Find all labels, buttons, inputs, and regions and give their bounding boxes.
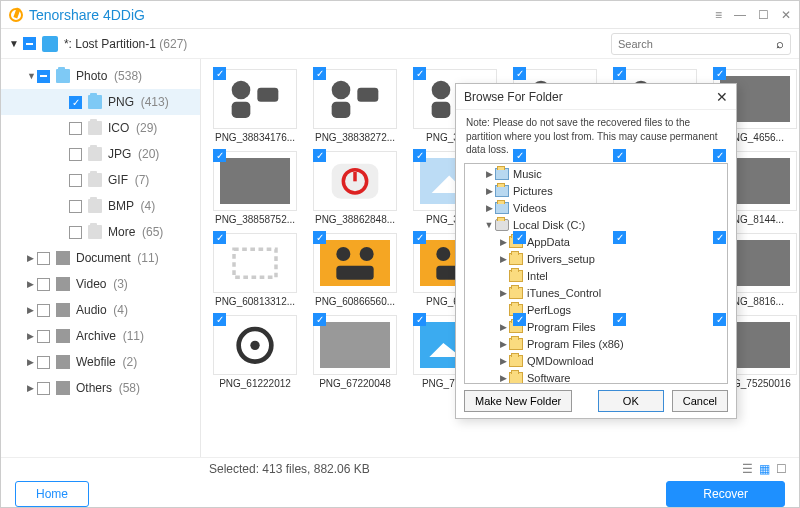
thumb-checkbox[interactable]: ✓ — [413, 313, 426, 326]
tree-collapse-icon[interactable]: ▼ — [9, 38, 19, 49]
thumb-checkbox[interactable]: ✓ — [313, 231, 326, 244]
thumb-cell[interactable]: ✓PNG_38862848... — [313, 149, 397, 225]
sidebar-cat-document[interactable]: ▶Document (11) — [1, 245, 200, 271]
thumb-checkbox[interactable]: ✓ — [713, 67, 726, 80]
thumb-checkbox[interactable]: ✓ — [513, 313, 526, 326]
thumb-checkbox[interactable]: ✓ — [513, 67, 526, 80]
thumb-checkbox[interactable]: ✓ — [313, 149, 326, 162]
browse-folder-dialog: Browse For Folder ✕ Note: Please do not … — [455, 83, 737, 419]
svg-rect-2 — [257, 87, 278, 101]
sidebar-cat-audio[interactable]: ▶Audio (4) — [1, 297, 200, 323]
folder-tree-item[interactable]: ▶Software — [465, 370, 727, 385]
sidebar-cat-webfile[interactable]: ▶Webfile (2) — [1, 349, 200, 375]
folder-tree-item[interactable]: ▶QMDownload — [465, 353, 727, 370]
sidebar-item-gif[interactable]: GIF (7) — [1, 167, 200, 193]
sidebar-item-ico[interactable]: ICO (29) — [1, 115, 200, 141]
sidebar-cat-archive[interactable]: ▶Archive (11) — [1, 323, 200, 349]
maximize-icon[interactable]: ☐ — [758, 8, 769, 22]
list-view-icon[interactable]: ☰ — [742, 462, 753, 476]
folder-tree-item[interactable]: Intel — [465, 268, 727, 285]
sidebar-item-jpg[interactable]: JPG (20) — [1, 141, 200, 167]
close-icon[interactable]: ✕ — [781, 8, 791, 22]
thumb-checkbox[interactable]: ✓ — [513, 231, 526, 244]
thumb-checkbox[interactable]: ✓ — [713, 231, 726, 244]
thumb-checkbox[interactable]: ✓ — [213, 67, 226, 80]
thumb-checkbox[interactable]: ✓ — [613, 149, 626, 162]
checkbox[interactable] — [37, 278, 50, 291]
thumb-cell[interactable]: ✓PNG_61222012 — [213, 313, 297, 389]
folder-tree-item[interactable]: ▶Program Files (x86) — [465, 336, 727, 353]
folder-tree-item[interactable]: ▶Pictures — [465, 183, 727, 200]
thumb-checkbox[interactable]: ✓ — [613, 231, 626, 244]
checkbox[interactable] — [69, 174, 82, 187]
thumb-cell[interactable]: ✓PNG_60866560... — [313, 231, 397, 307]
folder-tree[interactable]: ▶Music▶Pictures▶Videos▼Local Disk (C:)▶A… — [464, 163, 728, 385]
folder-tree-item[interactable]: ▶iTunes_Control — [465, 285, 727, 302]
thumb-checkbox[interactable]: ✓ — [213, 149, 226, 162]
thumb-checkbox[interactable]: ✓ — [413, 231, 426, 244]
thumb-checkbox[interactable]: ✓ — [213, 313, 226, 326]
folder-tree-item[interactable]: ▶Music — [465, 166, 727, 183]
thumb-cell[interactable]: ✓PNG_60813312... — [213, 231, 297, 307]
checkbox[interactable] — [69, 200, 82, 213]
search-input[interactable] — [618, 38, 776, 50]
sidebar-item-bmp[interactable]: BMP (4) — [1, 193, 200, 219]
checkbox[interactable] — [69, 122, 82, 135]
svg-rect-4 — [332, 101, 351, 117]
thumb-checkbox[interactable]: ✓ — [713, 313, 726, 326]
dialog-close-icon[interactable]: ✕ — [716, 89, 728, 105]
thumb-checkbox[interactable]: ✓ — [313, 313, 326, 326]
thumb-checkbox[interactable]: ✓ — [413, 67, 426, 80]
checkbox[interactable] — [37, 356, 50, 369]
checkbox[interactable] — [69, 226, 82, 239]
svg-point-31 — [436, 247, 450, 261]
folder-tree-item[interactable]: ▼Local Disk (C:) — [465, 217, 727, 234]
thumb-checkbox[interactable]: ✓ — [713, 149, 726, 162]
checkbox[interactable]: ✓ — [69, 96, 82, 109]
recover-button[interactable]: Recover — [666, 481, 785, 507]
grid-view-icon[interactable]: ▦ — [759, 462, 770, 476]
folder-tree-item[interactable]: ▶Videos — [465, 200, 727, 217]
folder-tree-item[interactable]: ▶Drivers_setup — [465, 251, 727, 268]
checkbox[interactable] — [37, 252, 50, 265]
thumb-cell[interactable]: ✓PNG_38858752... — [213, 149, 297, 225]
folder-tree-item[interactable]: ▶Program Files — [465, 319, 727, 336]
detail-view-icon[interactable]: ☐ — [776, 462, 787, 476]
folder-icon — [509, 338, 523, 350]
thumb-checkbox[interactable]: ✓ — [313, 67, 326, 80]
home-button[interactable]: Home — [15, 481, 89, 507]
minimize-icon[interactable]: — — [734, 8, 746, 22]
file-name: PNG_67220048 — [313, 378, 397, 389]
folder-tree-item[interactable]: ▶AppData — [465, 234, 727, 251]
search-box[interactable]: ⌕ — [611, 33, 791, 55]
thumb-cell[interactable]: ✓PNG_38834176... — [213, 67, 297, 143]
sidebar-item-png[interactable]: ✓PNG (413) — [1, 89, 200, 115]
root-checkbox[interactable] — [23, 37, 36, 50]
folder-tree-item[interactable]: PerfLogs — [465, 302, 727, 319]
thumb-checkbox[interactable]: ✓ — [613, 67, 626, 80]
checkbox[interactable] — [37, 304, 50, 317]
folder-icon — [495, 168, 509, 180]
folder-label: iTunes_Control — [527, 287, 601, 299]
photo-checkbox[interactable] — [37, 70, 50, 83]
sidebar-photo[interactable]: ▼ Photo (538) — [1, 63, 200, 89]
thumb-checkbox[interactable]: ✓ — [413, 149, 426, 162]
thumb-checkbox[interactable]: ✓ — [213, 231, 226, 244]
cancel-button[interactable]: Cancel — [672, 390, 728, 412]
checkbox[interactable] — [69, 148, 82, 161]
ok-button[interactable]: OK — [598, 390, 664, 412]
menu-icon[interactable]: ≡ — [715, 8, 722, 22]
sidebar-cat-others[interactable]: ▶Others (58) — [1, 375, 200, 401]
titlebar: Tenorshare 4DDiG ≡ — ☐ ✕ — [1, 1, 799, 29]
checkbox[interactable] — [37, 330, 50, 343]
category-icon — [56, 355, 70, 369]
thumb-checkbox[interactable]: ✓ — [513, 149, 526, 162]
sidebar-cat-video[interactable]: ▶Video (3) — [1, 271, 200, 297]
search-icon[interactable]: ⌕ — [776, 36, 784, 51]
checkbox[interactable] — [37, 382, 50, 395]
thumb-cell[interactable]: ✓PNG_67220048 — [313, 313, 397, 389]
sidebar-item-more[interactable]: More (65) — [1, 219, 200, 245]
thumb-cell[interactable]: ✓PNG_38838272... — [313, 67, 397, 143]
make-new-folder-button[interactable]: Make New Folder — [464, 390, 572, 412]
thumb-checkbox[interactable]: ✓ — [613, 313, 626, 326]
